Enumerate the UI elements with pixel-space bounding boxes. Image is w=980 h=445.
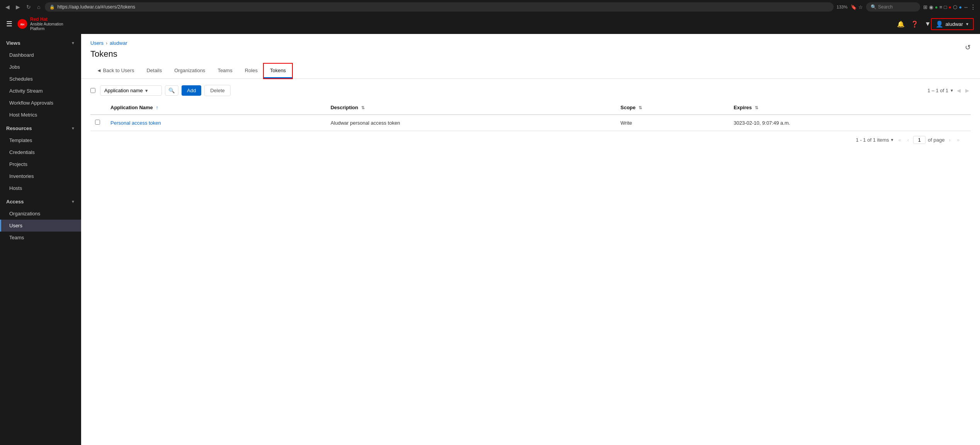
sidebar-item-hosts[interactable]: Hosts: [0, 182, 81, 194]
pag-of-page-text: of page: [928, 137, 944, 143]
extension-icon-6[interactable]: ●: [948, 4, 951, 10]
col-expires[interactable]: Expires ⇅: [729, 101, 971, 115]
content-area: Users › aludwar Tokens ↺ ◄ Back to Users…: [81, 34, 980, 445]
table-row: Personal access token Aludwar personal a…: [90, 115, 971, 131]
extension-icon-5[interactable]: □: [944, 4, 947, 10]
sidebar-item-teams[interactable]: Teams: [0, 232, 81, 244]
hamburger-menu[interactable]: ☰: [6, 20, 12, 28]
sidebar-resources-chevron-icon: ▼: [71, 126, 75, 130]
sidebar-item-projects[interactable]: Projects: [0, 158, 81, 170]
items-dropdown-caret-icon: ▼: [890, 138, 894, 142]
sidebar-section-access: Access ▼ Organizations Users Teams: [0, 196, 81, 244]
col-application-name[interactable]: Application Name ↑: [106, 101, 326, 115]
pagination-text: 1 – 1 of 1: [927, 88, 948, 93]
sidebar-item-jobs[interactable]: Jobs: [0, 61, 81, 73]
notifications-button[interactable]: 🔔: [897, 20, 905, 28]
brand-product-line1: Ansible Automation: [30, 22, 63, 27]
page-header: Users › aludwar Tokens ↺ ◄ Back to Users…: [81, 34, 980, 79]
extension-icon-9[interactable]: ↔: [963, 4, 968, 10]
tab-back-to-users[interactable]: ◄ Back to Users: [90, 64, 140, 78]
tab-teams[interactable]: Teams: [211, 64, 238, 78]
sidebar-item-host-metrics[interactable]: Host Metrics: [0, 109, 81, 121]
select-all-checkbox[interactable]: [90, 88, 95, 93]
app-wrapper: ☰ RH Red Hat Ansible Automation Platform…: [0, 14, 980, 445]
pag-next-button[interactable]: ›: [947, 136, 952, 144]
table-header-row: Application Name ↑ Description ⇅ Scope ⇅: [90, 101, 971, 115]
refresh-button[interactable]: ↺: [965, 43, 971, 52]
sidebar-item-inventories[interactable]: Inventories: [0, 170, 81, 182]
tab-roles[interactable]: Roles: [239, 64, 264, 78]
row-checkbox-cell[interactable]: [90, 115, 106, 131]
sidebar-item-workflow-approvals[interactable]: Workflow Approvals: [0, 97, 81, 109]
items-count-text: 1 - 1 of 1 items: [856, 137, 889, 143]
extension-icon-2[interactable]: ◉: [929, 4, 933, 10]
data-table: Application Name ↑ Description ⇅ Scope ⇅: [90, 101, 971, 131]
sidebar-item-users[interactable]: Users: [0, 220, 81, 232]
breadcrumb-users-link[interactable]: Users: [90, 40, 104, 46]
row-checkbox[interactable]: [95, 120, 100, 125]
extension-icon-3[interactable]: ●: [935, 4, 938, 10]
search-icon: 🔍: [871, 4, 876, 10]
browser-toolbar-icons: ⊞ ◉ ● ≡ □ ● ⬡ ● ↔ ⋮: [923, 3, 976, 11]
reload-button[interactable]: ↻: [25, 3, 32, 11]
sidebar-section-resources-header[interactable]: Resources ▼: [0, 122, 81, 134]
sidebar-item-dashboard[interactable]: Dashboard: [0, 49, 81, 61]
extension-icon-1[interactable]: ⊞: [923, 4, 927, 10]
tab-organizations[interactable]: Organizations: [168, 64, 211, 78]
sidebar-item-credentials[interactable]: Credentials: [0, 146, 81, 158]
breadcrumb: Users › aludwar: [90, 40, 127, 46]
breadcrumb-current[interactable]: aludwar: [110, 40, 127, 46]
toolbar: Application name ▼ 🔍 Add Delete 1 – 1 of…: [90, 85, 971, 96]
filter-dropdown-caret-icon: ▼: [144, 88, 149, 93]
pag-prev-button[interactable]: ‹: [905, 136, 911, 144]
brand-redhat: Red Hat: [30, 17, 63, 22]
search-text: Search: [878, 4, 893, 10]
add-button[interactable]: Add: [182, 85, 201, 96]
browser-search[interactable]: 🔍 Search: [866, 2, 920, 12]
row-application-name[interactable]: Personal access token: [106, 115, 326, 131]
menu-icon[interactable]: ⋮: [970, 3, 976, 11]
sidebar-item-activity-stream[interactable]: Activity Stream: [0, 85, 81, 97]
lock-icon: 🔒: [49, 5, 55, 10]
extension-icon-4[interactable]: ≡: [939, 4, 943, 10]
forward-button[interactable]: ▶: [14, 3, 22, 11]
brand-product-line2: Platform: [30, 27, 63, 31]
col-scope[interactable]: Scope ⇅: [616, 101, 729, 115]
pag-page-input[interactable]: [913, 136, 926, 144]
svg-text:RH: RH: [20, 23, 24, 26]
row-expires: 3023-02-10, 9:07:49 a.m.: [729, 115, 971, 131]
back-button[interactable]: ◀: [4, 3, 11, 11]
delete-button[interactable]: Delete: [204, 85, 231, 96]
tab-details[interactable]: Details: [140, 64, 168, 78]
extension-icon-8[interactable]: ●: [959, 4, 962, 10]
search-button[interactable]: 🔍: [165, 85, 178, 96]
pag-first-button[interactable]: «: [896, 136, 903, 144]
filter-dropdown[interactable]: Application name ▼: [100, 85, 162, 96]
home-button[interactable]: ⌂: [36, 3, 42, 11]
items-per-page-dropdown[interactable]: 1 - 1 of 1 items ▼: [856, 137, 894, 143]
nav-icons: 🔔 ❓ ▼: [897, 20, 931, 28]
sidebar-item-schedules[interactable]: Schedules: [0, 73, 81, 85]
sidebar-section-access-header[interactable]: Access ▼: [0, 196, 81, 208]
browser-action-icons: 🔖 ☆: [851, 4, 863, 10]
pag-last-button[interactable]: »: [955, 136, 961, 144]
table-section: Application name ▼ 🔍 Add Delete 1 – 1 of…: [81, 79, 980, 155]
pagination-next-button[interactable]: ▶: [964, 87, 971, 94]
star-icon[interactable]: ☆: [858, 4, 863, 10]
sidebar-item-organizations[interactable]: Organizations: [0, 208, 81, 220]
extension-icon-7[interactable]: ⬡: [953, 4, 957, 10]
sidebar-section-views-header[interactable]: Views ▼: [0, 37, 81, 49]
brand: RH Red Hat Ansible Automation Platform: [17, 17, 63, 31]
user-menu[interactable]: 👤 aludwar ▼: [931, 18, 974, 30]
pagination-prev-button[interactable]: ◀: [955, 87, 962, 94]
url-bar[interactable]: 🔒 https://aap.ludwar.ca/#/users/2/tokens: [45, 2, 833, 12]
col-expires-label: Expires: [734, 105, 752, 110]
bookmark-icon[interactable]: 🔖: [851, 4, 857, 10]
col-application-name-label: Application Name: [110, 105, 153, 110]
tab-tokens[interactable]: Tokens: [264, 64, 292, 78]
help-button[interactable]: ❓: [911, 20, 919, 28]
col-description[interactable]: Description ⇅: [326, 101, 616, 115]
settings-dropdown-button[interactable]: ▼: [925, 20, 931, 27]
url-text: https://aap.ludwar.ca/#/users/2/tokens: [57, 4, 135, 10]
sidebar-item-templates[interactable]: Templates: [0, 134, 81, 146]
